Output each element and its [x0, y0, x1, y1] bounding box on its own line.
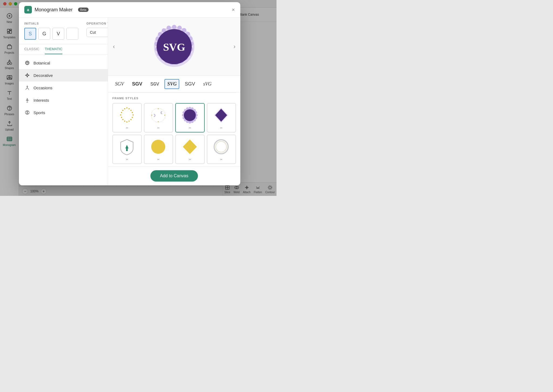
initials-label: INITIALS: [24, 22, 78, 25]
svg-marker-114: [215, 109, 227, 122]
frame-img-5: [117, 137, 136, 156]
svg-point-84: [120, 114, 121, 115]
svg-point-81: [124, 121, 125, 122]
svg-point-83: [121, 117, 122, 118]
svg-point-112: [184, 109, 196, 121]
frame-img-3: [180, 106, 199, 125]
frame-styles-section: FRAME STYLES: [108, 93, 240, 166]
svg-point-117: [214, 140, 228, 154]
svg-point-85: [121, 112, 122, 113]
frame-cut-icon-1: ✂: [126, 126, 128, 130]
frame-item-7[interactable]: ✂: [175, 135, 205, 164]
monogram-modal: a Monogram Maker Beta × INITIALS S G V: [19, 2, 240, 185]
frame-item-1[interactable]: ✂: [112, 103, 142, 132]
modal-close-button[interactable]: ×: [232, 7, 235, 12]
svg-text:SVG: SVG: [163, 41, 185, 53]
initial-box-3[interactable]: V: [52, 28, 64, 40]
category-list: Botanical Decorative: [19, 54, 108, 121]
svg-point-68: [167, 26, 171, 30]
modal-top-row: INITIALS S G V OPERATION TYPE Cut Print: [19, 18, 108, 44]
font-style-3[interactable]: SGV: [148, 79, 162, 89]
font-style-4[interactable]: SVG: [164, 79, 179, 89]
frame-styles-label: FRAME STYLES: [112, 97, 236, 100]
decorative-label: Decorative: [33, 73, 53, 78]
modal-tabs: CLASSIC THEMATIC: [19, 44, 108, 54]
beta-badge: Beta: [78, 8, 89, 12]
svg-point-93: [151, 115, 152, 116]
initials-inputs: S G V: [24, 28, 78, 40]
frame-item-3[interactable]: ✂: [175, 103, 205, 132]
preview-next-button[interactable]: ›: [231, 41, 238, 52]
svg-point-91: [158, 108, 159, 109]
interests-label: Interests: [33, 98, 49, 103]
category-botanical[interactable]: Botanical: [19, 57, 108, 69]
initial-box-1[interactable]: S: [24, 28, 36, 40]
add-to-canvas-section: Add to Canvas: [108, 166, 240, 185]
svg-point-77: [132, 117, 133, 118]
svg-marker-116: [183, 139, 197, 154]
sports-label: Sports: [33, 110, 45, 115]
svg-point-79: [129, 121, 130, 122]
frame-cut-icon-3: ✂: [189, 126, 191, 130]
preview-area: ‹: [108, 18, 240, 76]
decorative-icon: [24, 72, 30, 78]
interests-icon: [24, 97, 30, 103]
category-occasions[interactable]: Occasions: [19, 81, 108, 94]
modal-left-panel: INITIALS S G V OPERATION TYPE Cut Print: [19, 18, 108, 185]
frame-item-8[interactable]: ✂: [207, 135, 236, 164]
op-type-label: OPERATION TYPE: [86, 22, 108, 25]
font-styles-row: SGV SGV SGV SVG SGV sVG: [108, 76, 240, 93]
preview-container: SVG: [151, 23, 198, 70]
svg-point-118: [216, 141, 227, 152]
svg-point-80: [126, 121, 127, 122]
frame-cut-icon-7: ✂: [189, 158, 191, 161]
modal-body: INITIALS S G V OPERATION TYPE Cut Print: [19, 18, 240, 185]
svg-text:☾: ☾: [160, 111, 164, 115]
modal-overlay: a Monogram Maker Beta × INITIALS S G V: [0, 0, 276, 196]
frame-img-8: [212, 137, 231, 156]
sports-icon: [24, 110, 30, 115]
svg-point-72: [126, 107, 127, 108]
frame-item-4[interactable]: ✂: [207, 103, 236, 132]
initial-box-4[interactable]: [66, 28, 78, 40]
svg-point-78: [130, 119, 131, 120]
initial-box-2[interactable]: G: [38, 28, 50, 40]
frame-img-2: ☽ ☾: [149, 106, 168, 125]
svg-point-76: [133, 114, 134, 115]
preview-prev-button[interactable]: ‹: [111, 41, 117, 52]
svg-point-74: [130, 110, 131, 111]
category-interests[interactable]: Interests: [19, 94, 108, 106]
op-type-select[interactable]: Cut Print Score Draw: [86, 28, 108, 37]
frame-img-6: [149, 137, 168, 156]
frame-item-2[interactable]: ☽ ☾ ✂: [144, 103, 173, 132]
modal-logo: a: [24, 6, 32, 13]
font-style-1[interactable]: SGV: [112, 79, 127, 89]
font-style-6[interactable]: sVG: [200, 79, 214, 89]
tab-thematic[interactable]: THEMATIC: [45, 44, 62, 54]
svg-point-49: [177, 26, 182, 30]
frame-cut-icon-2: ✂: [157, 126, 160, 130]
category-sports[interactable]: Sports: [19, 106, 108, 119]
frame-img-4: [212, 106, 231, 125]
botanical-label: Botanical: [33, 61, 50, 65]
add-to-canvas-button[interactable]: Add to Canvas: [150, 170, 198, 182]
svg-point-92: [158, 121, 159, 122]
svg-point-94: [164, 115, 165, 116]
svg-point-104: [188, 121, 191, 124]
svg-point-73: [129, 108, 130, 109]
modal-header: a Monogram Maker Beta ×: [19, 2, 240, 18]
font-style-5[interactable]: SGV: [182, 79, 198, 89]
occasions-label: Occasions: [33, 86, 52, 90]
modal-title: Monogram Maker: [35, 7, 73, 13]
svg-text:☽: ☽: [152, 113, 156, 118]
frame-item-5[interactable]: ✂: [112, 135, 142, 164]
font-style-2[interactable]: SGV: [129, 79, 145, 89]
svg-point-71: [172, 59, 176, 64]
frame-item-6[interactable]: ✂: [144, 135, 173, 164]
svg-point-75: [132, 112, 133, 113]
tab-classic[interactable]: CLASSIC: [24, 44, 39, 54]
category-decorative[interactable]: Decorative: [19, 69, 108, 81]
frame-cut-icon-5: ✂: [126, 158, 128, 161]
frame-img-1: [117, 106, 136, 125]
svg-point-115: [151, 140, 165, 154]
